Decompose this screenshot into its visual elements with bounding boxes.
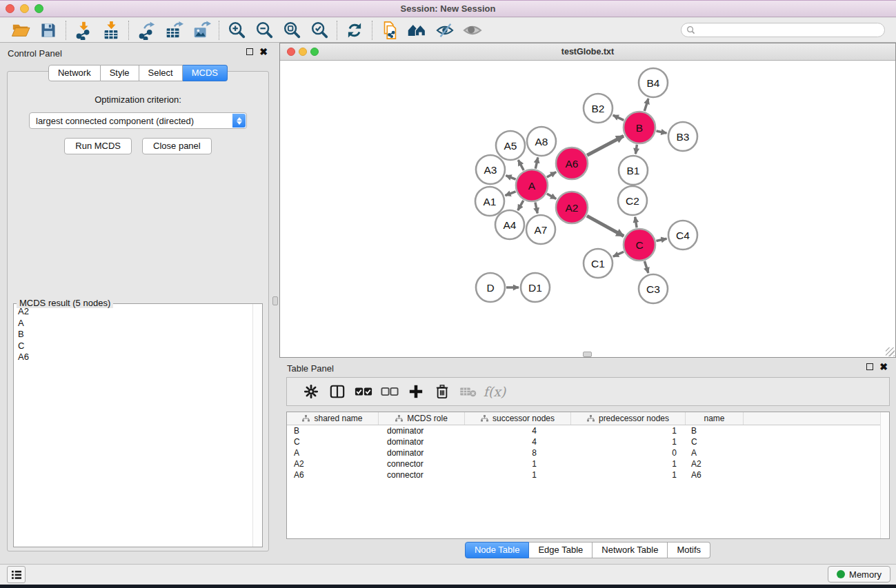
result-list-scrollbar[interactable] — [252, 304, 262, 547]
column-header-name[interactable]: name — [686, 412, 744, 425]
network-window-titlebar[interactable]: testGlobe.txt — [280, 43, 895, 61]
tab-style[interactable]: Style — [101, 65, 139, 81]
tab-mcds[interactable]: MCDS — [183, 65, 228, 81]
float-panel-icon[interactable] — [246, 48, 253, 55]
node-D[interactable]: D — [476, 273, 505, 302]
task-history-button[interactable] — [7, 566, 26, 583]
edge-A-A2[interactable] — [547, 194, 556, 199]
search-input[interactable] — [695, 26, 884, 35]
column-header-shared-name[interactable]: shared name — [287, 412, 379, 425]
column-header-MCDS-role[interactable]: MCDS role — [379, 412, 465, 425]
edge-A-A1[interactable] — [505, 192, 515, 196]
edge-B-B4[interactable] — [644, 99, 648, 111]
result-list-item[interactable]: A6 — [14, 352, 252, 363]
horizontal-split-handle[interactable] — [583, 352, 592, 357]
node-B1[interactable]: B1 — [619, 156, 648, 185]
edge-A-A8[interactable] — [535, 157, 538, 168]
node-C[interactable]: C — [624, 229, 655, 261]
table-row[interactable]: Cdominator41C — [287, 436, 889, 447]
node-C4[interactable]: C4 — [668, 221, 697, 250]
node-B3[interactable]: B3 — [668, 122, 697, 151]
float-table-panel-icon[interactable] — [866, 363, 873, 370]
show-graphics-details-icon[interactable] — [459, 19, 486, 41]
edge-C-C3[interactable] — [644, 261, 648, 273]
zoom-selected-icon[interactable] — [306, 19, 333, 41]
zoom-out-icon[interactable] — [250, 19, 278, 41]
node-A2[interactable]: A2 — [556, 192, 588, 223]
edge-B-B2[interactable] — [613, 115, 624, 120]
mcds-result-list[interactable]: A2ABCA6 — [14, 306, 252, 546]
node-A1[interactable]: A1 — [475, 187, 504, 216]
edge-B-B3[interactable] — [656, 131, 666, 133]
tab-network-table[interactable]: Network Table — [593, 542, 668, 558]
show-columns-icon[interactable] — [324, 380, 350, 403]
select-all-checkboxes-icon[interactable] — [350, 380, 377, 403]
tab-node-table[interactable]: Node Table — [465, 542, 530, 558]
export-network-icon[interactable] — [132, 19, 160, 41]
column-header-successor-nodes[interactable]: successor nodes — [465, 412, 571, 425]
node-B[interactable]: B — [624, 112, 655, 143]
edge-C-C1[interactable] — [613, 252, 624, 256]
edge-A6-B[interactable] — [587, 136, 624, 155]
result-list-item[interactable]: B — [14, 329, 252, 341]
network-canvas[interactable]: B4B2BB3A8A5A6A3B1AA1C2A2A4A7C4CC1C3DD1 — [280, 61, 895, 357]
table-row[interactable]: Bdominator41B — [287, 425, 889, 436]
import-network-icon[interactable] — [70, 19, 97, 41]
table-scrollbar[interactable] — [880, 412, 889, 538]
edge-C-C2[interactable] — [635, 217, 637, 228]
criterion-dropdown[interactable]: largest connected component (directed) — [29, 112, 247, 129]
node-A5[interactable]: A5 — [496, 131, 525, 160]
duplicate-network-icon[interactable] — [376, 19, 404, 41]
node-A4[interactable]: A4 — [495, 210, 524, 239]
vertical-split-handle[interactable] — [272, 296, 278, 305]
edge-C-C4[interactable] — [656, 239, 666, 241]
import-table-icon[interactable] — [97, 19, 125, 41]
result-list-item[interactable]: C — [14, 341, 252, 352]
edge-B-B1[interactable] — [635, 145, 637, 154]
column-header-predecessor-nodes[interactable]: predecessor nodes — [571, 412, 686, 425]
save-session-icon[interactable] — [34, 19, 62, 41]
hide-graphics-details-icon[interactable] — [431, 19, 459, 41]
table-options-icon[interactable] — [298, 380, 324, 403]
node-table[interactable]: shared nameMCDS rolesuccessor nodesprede… — [286, 412, 890, 539]
node-A7[interactable]: A7 — [526, 215, 555, 244]
tab-edge-table[interactable]: Edge Table — [529, 542, 593, 558]
node-C1[interactable]: C1 — [584, 249, 613, 278]
refresh-icon[interactable] — [341, 19, 368, 41]
node-A[interactable]: A — [516, 170, 548, 201]
node-C2[interactable]: C2 — [618, 186, 647, 215]
open-session-icon[interactable] — [7, 19, 34, 41]
node-C3[interactable]: C3 — [639, 274, 668, 303]
edge-A-A7[interactable] — [535, 202, 537, 213]
resize-handle-icon[interactable] — [886, 347, 895, 356]
node-B4[interactable]: B4 — [639, 68, 668, 97]
export-table-icon[interactable] — [160, 19, 188, 41]
result-list-item[interactable]: A — [14, 318, 252, 330]
table-row[interactable]: A6connector11A6 — [287, 469, 889, 480]
node-A6[interactable]: A6 — [556, 148, 588, 179]
add-column-icon[interactable] — [403, 380, 429, 403]
run-mcds-button[interactable]: Run MCDS — [64, 138, 132, 154]
export-image-icon[interactable] — [188, 19, 215, 41]
node-B2[interactable]: B2 — [584, 94, 613, 123]
edge-A-A3[interactable] — [506, 176, 515, 179]
node-D1[interactable]: D1 — [521, 273, 550, 302]
node-A3[interactable]: A3 — [476, 155, 505, 184]
edge-A-A6[interactable] — [547, 172, 556, 177]
table-row[interactable]: Adominator80A — [287, 447, 889, 458]
table-row[interactable]: A2connector11A2 — [287, 458, 889, 469]
edge-A-A4[interactable] — [518, 201, 524, 210]
zoom-fit-icon[interactable] — [278, 19, 306, 41]
delete-column-icon[interactable] — [429, 380, 455, 403]
close-panel-icon[interactable]: ✖ — [259, 48, 268, 55]
result-list-item[interactable]: A2 — [14, 306, 252, 318]
tab-network[interactable]: Network — [48, 65, 101, 81]
close-panel-button[interactable]: Close panel — [142, 138, 212, 154]
edge-A2-C[interactable] — [587, 216, 624, 236]
zoom-in-icon[interactable] — [223, 19, 250, 41]
toolbar-search[interactable] — [681, 23, 885, 37]
edge-A-A5[interactable] — [518, 160, 524, 170]
node-A8[interactable]: A8 — [527, 127, 556, 156]
close-table-panel-icon[interactable]: ✖ — [879, 363, 888, 370]
memory-button[interactable]: Memory — [828, 566, 890, 582]
